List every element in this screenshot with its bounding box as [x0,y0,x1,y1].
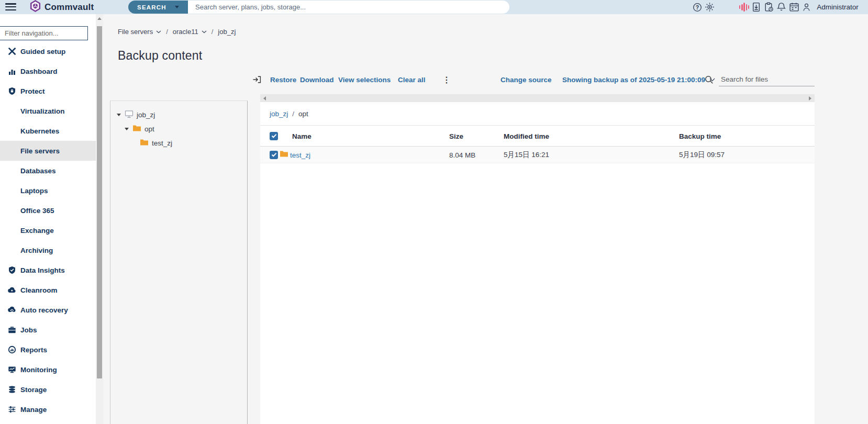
left-navigation-sidebar: Guided setup Dashboard Protect Virtualiz… [0,14,96,424]
page-title: Backup content [118,49,202,63]
commvault-hexagon-icon [29,0,41,15]
sidebar-item-dashboard[interactable]: Dashboard [0,61,96,81]
column-header-modified-time[interactable]: Modified time [504,132,549,140]
theme-brightness-icon[interactable] [704,2,715,13]
sidebar-item-archiving[interactable]: Archiving [0,240,96,260]
commvault-command-center: { "topbar": { "brand": "Commvault", "sea… [0,0,868,424]
breadcrumb-separator: / [212,28,214,36]
sidebar-item-reports[interactable]: Reports [0,340,96,360]
path-link-job-zj[interactable]: job_zj [270,110,288,118]
path-current-opt: opt [298,110,308,118]
horizontal-scrollbar[interactable] [260,94,815,102]
select-all-checkbox[interactable] [270,132,278,140]
sidebar-item-manage[interactable]: Manage [0,399,96,419]
showing-backup-dropdown[interactable]: Showing backup as of 2025-05-19 21:00:09 [562,74,715,85]
sidebar-item-cleanroom[interactable]: Cleanroom [0,280,96,300]
breadcrumb-file-servers[interactable]: File servers [118,28,161,36]
folder-path-breadcrumb: job_zj / opt [260,102,815,126]
sidebar-item-jobs[interactable]: Jobs [0,320,96,340]
sidebar-item-data-insights[interactable]: Data Insights [0,260,96,280]
breadcrumb-job-zj: job_zj [218,28,236,36]
cloud-icon [7,286,16,295]
sidebar-item-virtualization[interactable]: Virtualization [0,101,96,121]
shield-check-icon [7,266,16,275]
global-search-input[interactable] [188,1,509,14]
row-checkbox[interactable] [270,151,278,159]
svg-text:?: ? [696,4,699,10]
tree-node-test-zj[interactable]: test_zj [110,136,247,150]
sidebar-item-laptops[interactable]: Laptops [0,181,96,200]
folder-icon [140,139,149,148]
file-name-link[interactable]: test_zj [290,151,310,159]
chevron-down-icon [202,30,207,34]
folder-icon [280,150,288,160]
file-search-icon[interactable] [705,74,714,85]
audit-clipboard-icon[interactable] [763,2,774,13]
tree-expand-arrow-icon[interactable] [125,128,129,130]
more-actions-kebab-icon[interactable]: ⋮ [442,74,451,85]
shield-lock-icon [7,87,16,96]
search-for-files-input[interactable] [719,72,815,86]
sliders-icon [7,405,16,414]
file-size: 8.04 MB [449,151,475,159]
navigation-list: Guided setup Dashboard Protect Virtualiz… [0,41,96,419]
download-button[interactable]: Download [300,74,334,85]
sidebar-item-protect[interactable]: Protect [0,81,96,101]
breadcrumb-separator: / [166,28,168,36]
folder-icon [132,125,141,133]
scroll-left-arrow-icon[interactable] [263,96,266,101]
monitor-chart-icon [7,365,16,374]
column-header-size[interactable]: Size [449,132,463,140]
breadcrumb-oracle11[interactable]: oracle11 [173,28,207,36]
global-search: SEARCH [128,1,509,14]
path-separator: / [292,110,294,118]
restore-to-icon[interactable] [252,74,262,85]
logged-in-username[interactable]: Administrator [817,3,859,11]
change-source-button[interactable]: Change source [500,74,552,85]
sidebar-scrollbar-thumb[interactable] [97,26,102,378]
tree-expand-arrow-icon[interactable] [117,114,121,116]
view-selections-button[interactable]: View selections [338,74,391,85]
user-icon[interactable] [802,2,811,13]
alerts-bell-icon[interactable] [776,2,787,13]
donut-chart-icon [7,345,16,354]
sidebar-item-storage[interactable]: Storage [0,380,96,399]
clear-all-button[interactable]: Clear all [398,74,426,85]
hamburger-menu-icon[interactable] [5,3,16,12]
cloud-recovery-icon [7,306,16,315]
sidebar-item-guided-setup[interactable]: Guided setup [0,41,96,61]
sidebar-item-exchange[interactable]: Exchange [0,220,96,240]
filter-navigation-input[interactable] [0,26,88,40]
brand-name: Commvault [44,2,94,13]
sidebar-item-databases[interactable]: Databases [0,161,96,181]
computer-icon [125,110,133,120]
sidebar-item-kubernetes[interactable]: Kubernetes [0,121,96,141]
scroll-right-arrow-icon[interactable] [809,96,811,101]
tree-node-job-zj[interactable]: job_zj [110,108,247,122]
sidebar-item-monitoring[interactable]: Monitoring [0,360,96,380]
top-bar: Commvault SEARCH ? [0,0,868,14]
events-calendar-icon[interactable] [788,2,800,13]
column-header-name[interactable]: Name [292,132,311,140]
commvault-logo[interactable]: Commvault [29,1,94,14]
sidebar-scrollbar[interactable] [96,14,103,424]
restore-button[interactable]: Restore [270,74,296,85]
search-scope-button[interactable]: SEARCH [128,1,188,14]
scrollbar-up-arrow-icon[interactable] [97,17,102,20]
check-icon [271,152,277,157]
sidebar-item-office-365[interactable]: Office 365 [0,200,96,220]
table-row[interactable]: test_zj 8.04 MB 5月15日 16:21 5月19日 09:57 [260,147,815,163]
sidebar-item-auto-recovery[interactable]: Auto recovery [0,300,96,320]
column-header-backup-time[interactable]: Backup time [679,132,721,140]
bar-chart-icon [7,67,16,76]
topbar-icon-group: ? [692,0,859,14]
main-content: File servers / oracle11 / job_zj Backup … [103,14,868,424]
tree-node-opt[interactable]: opt [110,122,247,136]
download-center-icon[interactable] [751,2,762,13]
help-icon[interactable]: ? [692,2,703,13]
backup-content-tree-panel: job_zj opt test_zj [110,101,248,424]
table-header-row: Name Size Modified time Backup time [260,126,815,147]
sidebar-item-file-servers[interactable]: File servers [0,141,96,161]
file-modified-time: 5月15日 16:21 [504,150,549,160]
ai-waveform-icon[interactable] [739,3,749,12]
